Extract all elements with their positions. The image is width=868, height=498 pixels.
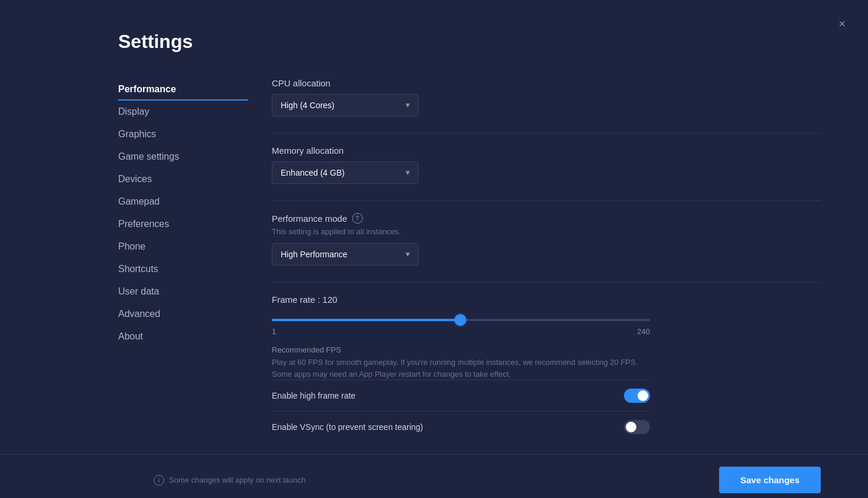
performance-mode-section: Performance mode ? This setting is appli… bbox=[272, 213, 821, 266]
slider-min-label: 1 bbox=[272, 327, 276, 336]
recommended-fps-section: Recommended FPS Play at 60 FPS for smoot… bbox=[272, 345, 650, 380]
frame-rate-slider-container bbox=[272, 313, 650, 324]
toggle-vsync-slider bbox=[624, 420, 650, 434]
performance-mode-dropdown-wrapper: High PerformanceBalancedPower Saver ▼ bbox=[272, 243, 418, 266]
sidebar-item-devices[interactable]: Devices bbox=[118, 168, 248, 190]
recommended-fps-text: Play at 60 FPS for smooth gameplay. If y… bbox=[272, 357, 650, 380]
frame-rate-slider[interactable] bbox=[272, 319, 650, 321]
page-title: Settings bbox=[118, 31, 193, 53]
sidebar-item-preferences[interactable]: Preferences bbox=[118, 213, 248, 235]
toggle-high-frame-rate-label: Enable high frame rate bbox=[272, 391, 356, 400]
frame-rate-section: Frame rate : 120 1 240 Recommended FPS P… bbox=[272, 295, 821, 442]
toggle-high-frame-rate-knob bbox=[638, 390, 648, 401]
cpu-allocation-label: CPU allocation bbox=[272, 78, 821, 88]
close-button[interactable]: × bbox=[833, 14, 851, 33]
toggle-vsync-label: Enable VSync (to prevent screen tearing) bbox=[272, 422, 423, 432]
toggle-high-frame-rate[interactable] bbox=[624, 389, 650, 403]
sidebar-item-gamepad[interactable]: Gamepad bbox=[118, 190, 248, 213]
sidebar-item-graphics[interactable]: Graphics bbox=[118, 123, 248, 145]
cpu-allocation-section: CPU allocation High (4 Cores)Medium (2 C… bbox=[272, 78, 821, 117]
toggle-high-frame-rate-row: Enable high frame rate bbox=[272, 380, 650, 411]
performance-mode-label-row: Performance mode ? bbox=[272, 213, 821, 224]
slider-max-label: 240 bbox=[637, 327, 650, 336]
footer-note-text: Some changes will apply on next launch bbox=[169, 476, 305, 484]
sidebar-item-user-data[interactable]: User data bbox=[118, 280, 248, 303]
sidebar-item-shortcuts[interactable]: Shortcuts bbox=[118, 258, 248, 280]
cpu-allocation-dropdown[interactable]: High (4 Cores)Medium (2 Cores)Low (1 Cor… bbox=[272, 94, 418, 117]
frame-rate-title: Frame rate : 120 bbox=[272, 295, 821, 305]
sidebar-item-advanced[interactable]: Advanced bbox=[118, 303, 248, 325]
memory-allocation-label: Memory allocation bbox=[272, 145, 821, 156]
toggle-vsync-row: Enable VSync (to prevent screen tearing) bbox=[272, 411, 650, 442]
main-content: CPU allocation High (4 Cores)Medium (2 C… bbox=[248, 31, 868, 454]
sidebar-item-performance[interactable]: Performance bbox=[118, 78, 248, 101]
sidebar-item-game-settings[interactable]: Game settings bbox=[118, 145, 248, 168]
sidebar: PerformanceDisplayGraphicsGame settingsD… bbox=[118, 31, 248, 454]
divider-1 bbox=[272, 133, 821, 134]
performance-mode-help-icon[interactable]: ? bbox=[352, 213, 363, 224]
sidebar-item-about[interactable]: About bbox=[118, 325, 248, 348]
toggle-high-frame-rate-slider bbox=[624, 389, 650, 403]
memory-dropdown-wrapper: Enhanced (4 GB)Standard (2 GB)Low (1 GB)… bbox=[272, 161, 418, 184]
content-area: PerformanceDisplayGraphicsGame settingsD… bbox=[0, 0, 868, 454]
performance-mode-dropdown[interactable]: High PerformanceBalancedPower Saver bbox=[272, 243, 418, 266]
slider-labels: 1 240 bbox=[272, 327, 650, 336]
performance-mode-hint: This setting is applied to all instances… bbox=[272, 227, 821, 236]
save-changes-button[interactable]: Save changes bbox=[719, 467, 821, 493]
cpu-dropdown-wrapper: High (4 Cores)Medium (2 Cores)Low (1 Cor… bbox=[272, 94, 418, 117]
sidebar-item-display[interactable]: Display bbox=[118, 101, 248, 123]
sidebar-item-phone[interactable]: Phone bbox=[118, 235, 248, 258]
recommended-fps-title: Recommended FPS bbox=[272, 345, 650, 354]
settings-modal: × Settings PerformanceDisplayGraphicsGam… bbox=[0, 0, 868, 498]
footer-info-icon: i bbox=[154, 475, 164, 486]
memory-allocation-section: Memory allocation Enhanced (4 GB)Standar… bbox=[272, 145, 821, 184]
footer: i Some changes will apply on next launch… bbox=[0, 454, 868, 498]
divider-3 bbox=[272, 282, 821, 283]
toggle-vsync-knob bbox=[626, 422, 636, 432]
toggle-vsync[interactable] bbox=[624, 420, 650, 434]
divider-2 bbox=[272, 201, 821, 201]
memory-allocation-dropdown[interactable]: Enhanced (4 GB)Standard (2 GB)Low (1 GB) bbox=[272, 161, 418, 184]
footer-note: i Some changes will apply on next launch bbox=[154, 475, 305, 486]
performance-mode-label: Performance mode bbox=[272, 214, 347, 224]
